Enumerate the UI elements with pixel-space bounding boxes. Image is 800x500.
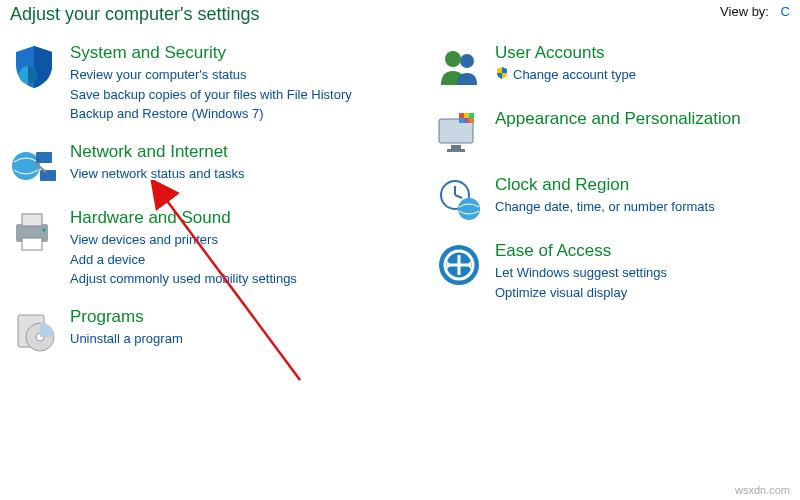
- link-network-status[interactable]: View network status and tasks: [70, 164, 245, 184]
- disc-box-icon: [10, 307, 58, 355]
- view-by: View by: C: [720, 4, 790, 19]
- svg-rect-3: [40, 170, 56, 181]
- link-date-time-formats[interactable]: Change date, time, or number formats: [495, 197, 715, 217]
- category-hardware-sound: Hardware and Sound View devices and prin…: [10, 208, 435, 289]
- globe-network-icon: [10, 142, 58, 190]
- link-suggest-settings[interactable]: Let Windows suggest settings: [495, 263, 667, 283]
- svg-rect-17: [459, 113, 464, 118]
- svg-point-1: [12, 152, 40, 180]
- header: Adjust your computer's settings View by:…: [0, 0, 800, 43]
- svg-rect-22: [469, 118, 474, 123]
- svg-rect-20: [459, 118, 464, 123]
- right-column: User Accounts Change account type: [435, 43, 790, 373]
- category-user-accounts: User Accounts Change account type: [435, 43, 790, 91]
- svg-rect-6: [22, 214, 42, 226]
- view-by-label: View by:: [720, 4, 769, 19]
- category-clock-region: Clock and Region Change date, time, or n…: [435, 175, 790, 223]
- link-optimize-display[interactable]: Optimize visual display: [495, 283, 667, 303]
- svg-rect-2: [36, 152, 52, 163]
- svg-point-8: [42, 228, 46, 232]
- category-title[interactable]: Ease of Access: [495, 241, 667, 261]
- svg-point-12: [445, 51, 461, 67]
- svg-rect-18: [464, 113, 469, 118]
- link-change-account-type[interactable]: Change account type: [495, 65, 636, 85]
- link-devices-printers[interactable]: View devices and printers: [70, 230, 297, 250]
- svg-rect-16: [447, 149, 465, 152]
- page-title: Adjust your computer's settings: [10, 4, 260, 25]
- link-add-device[interactable]: Add a device: [70, 250, 297, 270]
- category-ease-of-access: Ease of Access Let Windows suggest setti…: [435, 241, 790, 302]
- category-title[interactable]: User Accounts: [495, 43, 636, 63]
- shield-icon: [10, 43, 58, 91]
- ease-of-access-icon: [435, 241, 483, 289]
- view-by-value[interactable]: C: [781, 4, 790, 19]
- left-column: System and Security Review your computer…: [10, 43, 435, 373]
- svg-rect-15: [451, 145, 461, 149]
- link-text: Change account type: [513, 67, 636, 82]
- link-backup-restore[interactable]: Backup and Restore (Windows 7): [70, 104, 352, 124]
- link-file-history[interactable]: Save backup copies of your files with Fi…: [70, 85, 352, 105]
- svg-point-26: [458, 198, 480, 220]
- category-programs: Programs Uninstall a program: [10, 307, 435, 355]
- uac-shield-icon: [495, 66, 509, 86]
- link-uninstall-program[interactable]: Uninstall a program: [70, 329, 183, 349]
- category-appearance-personalization: Appearance and Personalization: [435, 109, 790, 157]
- category-system-security: System and Security Review your computer…: [10, 43, 435, 124]
- category-title[interactable]: Programs: [70, 307, 183, 327]
- users-icon: [435, 43, 483, 91]
- category-title[interactable]: System and Security: [70, 43, 352, 63]
- category-title[interactable]: Clock and Region: [495, 175, 715, 195]
- category-title[interactable]: Hardware and Sound: [70, 208, 297, 228]
- svg-rect-7: [22, 238, 42, 250]
- link-mobility-settings[interactable]: Adjust commonly used mobility settings: [70, 269, 297, 289]
- printer-icon: [10, 208, 58, 256]
- clock-globe-icon: [435, 175, 483, 223]
- category-title[interactable]: Appearance and Personalization: [495, 109, 741, 129]
- monitor-swatch-icon: [435, 109, 483, 157]
- svg-point-13: [460, 54, 474, 68]
- category-network-internet: Network and Internet View network status…: [10, 142, 435, 190]
- watermark: wsxdn.com: [735, 484, 790, 496]
- categories: System and Security Review your computer…: [0, 43, 800, 373]
- svg-rect-21: [464, 118, 469, 123]
- link-review-status[interactable]: Review your computer's status: [70, 65, 352, 85]
- svg-rect-19: [469, 113, 474, 118]
- category-title[interactable]: Network and Internet: [70, 142, 245, 162]
